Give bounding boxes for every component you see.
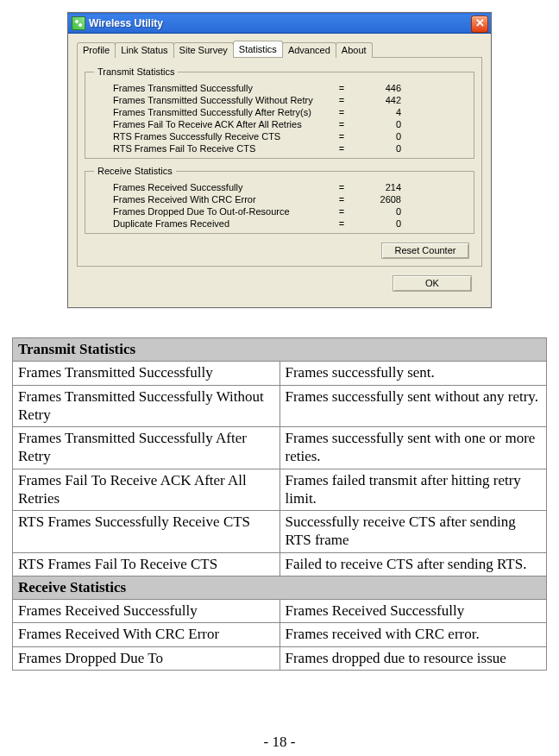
def-term: Frames Transmitted Successfully After Re… (13, 427, 280, 469)
section-header: Receive Statistics (13, 576, 546, 599)
ok-button[interactable]: OK (393, 275, 472, 292)
tx-value: 442 (355, 95, 406, 105)
tab-panel-statistics: Transmit Statistics Frames Transmitted S… (77, 58, 482, 267)
rx-value: 0 (355, 218, 406, 229)
window-titlebar: Wireless Utility ✕ (68, 13, 491, 34)
tx-value: 0 (355, 143, 406, 154)
receive-fieldset: Receive Statistics Frames Received Succe… (85, 166, 474, 234)
tab-site-survey[interactable]: Site Survey (173, 42, 234, 58)
tx-label: Frames Transmitted Successfully Without … (113, 95, 329, 105)
window-title: Wireless Utility (89, 17, 163, 29)
def-desc: Frames failed transmit after hitting ret… (280, 469, 547, 511)
def-term: Frames Fail To Receive ACK After All Ret… (13, 469, 280, 511)
def-term: Frames Transmitted Successfully Without … (13, 386, 280, 427)
tab-profile[interactable]: Profile (77, 42, 116, 58)
tx-row: RTS Frames Fail To Receive CTS=0 (94, 142, 468, 154)
def-term: Frames Received Successfully (13, 600, 280, 622)
def-term: Frames Dropped Due To (13, 647, 280, 670)
def-term: RTS Frames Successfully Receive CTS (13, 511, 280, 552)
def-desc: Frames Received Successfully (280, 600, 547, 622)
def-desc: Frames successfully sent. (280, 362, 547, 384)
tx-row: Frames Transmitted Successfully Without … (94, 94, 468, 106)
def-desc: Frames successfully sent with one or mor… (280, 427, 547, 469)
def-term: RTS Frames Fail To Receive CTS (13, 553, 280, 576)
def-term: Frames Received With CRC Error (13, 623, 280, 646)
page-number: - 18 - (0, 734, 559, 751)
rx-label: Frames Dropped Due To Out-of-Resource (113, 206, 329, 217)
section-header: Transmit Statistics (13, 338, 546, 361)
rx-label: Duplicate Frames Received (113, 218, 329, 229)
tx-value: 446 (355, 83, 406, 93)
tx-value: 4 (355, 107, 406, 117)
rx-value: 214 (355, 182, 406, 192)
receive-legend: Receive Statistics (94, 166, 176, 176)
tx-value: 0 (355, 119, 406, 129)
tab-link-status[interactable]: Link Status (115, 42, 173, 58)
rx-row: Duplicate Frames Received=0 (94, 217, 468, 230)
tx-row: Frames Transmitted Successfully After Re… (94, 106, 468, 118)
tx-label: Frames Transmitted Successfully (113, 83, 329, 93)
rx-label: Frames Received Successfully (113, 182, 329, 192)
tab-about[interactable]: About (336, 42, 373, 58)
rx-row: Frames Dropped Due To Out-of-Resource=0 (94, 205, 468, 217)
definitions-table: Transmit Statistics Frames Transmitted S… (12, 337, 547, 671)
transmit-fieldset: Transmit Statistics Frames Transmitted S… (85, 66, 474, 159)
rx-label: Frames Received With CRC Error (113, 194, 329, 205)
reset-counter-button[interactable]: Reset Counter (381, 243, 469, 259)
def-term: Frames Transmitted Successfully (13, 362, 280, 384)
tx-label: Frames Fail To Receive ACK After All Ret… (113, 119, 329, 129)
definitions-wrapper: Transmit Statistics Frames Transmitted S… (12, 337, 547, 671)
rx-row: Frames Received Successfully=214 (94, 181, 468, 193)
close-icon[interactable]: ✕ (471, 16, 488, 33)
def-desc: Frames received with CRC error. (280, 623, 547, 646)
def-desc: Frames dropped due to resource issue (280, 647, 547, 670)
tx-value: 0 (355, 131, 406, 142)
def-desc: Failed to receive CTS after sending RTS. (280, 553, 547, 576)
transmit-legend: Transmit Statistics (94, 66, 178, 77)
tx-label: RTS Frames Fail To Receive CTS (113, 143, 329, 154)
rx-value: 2608 (355, 194, 406, 205)
rx-value: 0 (355, 206, 406, 217)
app-icon (72, 16, 85, 30)
def-desc: Frames successfully sent without any ret… (280, 386, 547, 427)
tx-row: Frames Transmitted Successfully=446 (94, 82, 468, 94)
tab-statistics[interactable]: Statistics (233, 41, 283, 57)
tab-advanced[interactable]: Advanced (282, 42, 336, 58)
tx-label: Frames Transmitted Successfully After Re… (113, 107, 329, 117)
wireless-utility-window: Wireless Utility ✕ Profile Link Status S… (67, 12, 492, 308)
tx-row: RTS Frames Successfully Receive CTS=0 (94, 130, 468, 142)
tx-label: RTS Frames Successfully Receive CTS (113, 131, 329, 142)
window-client: Profile Link Status Site Survey Statisti… (68, 34, 491, 307)
def-desc: Successfully receive CTS after sending R… (280, 511, 547, 552)
tx-row: Frames Fail To Receive ACK After All Ret… (94, 118, 468, 130)
rx-row: Frames Received With CRC Error=2608 (94, 193, 468, 205)
tab-strip: Profile Link Status Site Survey Statisti… (77, 41, 482, 58)
